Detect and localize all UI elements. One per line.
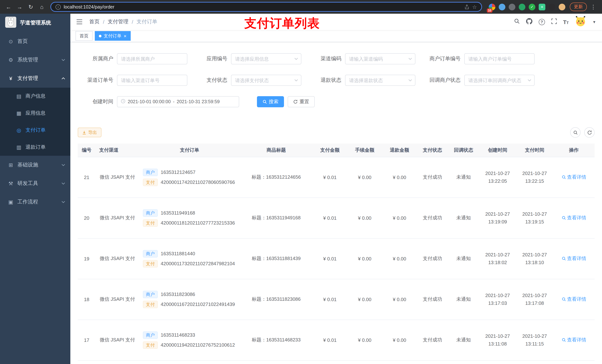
user-avatar[interactable]: [575, 16, 586, 28]
export-button[interactable]: 导出: [78, 128, 101, 137]
sidebar-item-home[interactable]: ⊙ 首页: [0, 32, 70, 51]
pay-order-cell: 商户 1635311881440 支付 42000011732021102728…: [139, 238, 240, 279]
sidebar-item-workflow[interactable]: ▣ 工作流程: [0, 193, 70, 211]
pay-channel: 微信 JSAPI 支付: [96, 238, 139, 279]
site-info-icon[interactable]: i: [55, 4, 61, 10]
sidebar-item-infra[interactable]: ⊞ 基础设施: [0, 156, 70, 174]
browser-window: ← → ↻ ⌂ i localhost:1024/pay/order ☆ 10 …: [0, 0, 602, 364]
order-id: 21: [78, 157, 96, 198]
sidebar-item-refund-order[interactable]: ▥ 退款订单: [0, 139, 70, 156]
channel-code-select[interactable]: [345, 53, 415, 64]
breadcrumb-home[interactable]: 首页: [89, 19, 100, 25]
pin-extension-icon[interactable]: [549, 3, 555, 10]
view-detail-link[interactable]: 查看详情: [561, 174, 586, 180]
check-extension-icon[interactable]: ✓: [529, 3, 535, 10]
monitor-icon: ⊞: [7, 162, 14, 168]
sidebar-item-app-info[interactable]: ▦ 应用信息: [0, 105, 70, 122]
notify-status: 未通知: [448, 279, 479, 320]
orders-table: 编号支付渠道支付订单商品标题支付金额手续金额退款金额支付状态回调状态创建时间支付…: [78, 144, 595, 364]
address-bar[interactable]: i localhost:1024/pay/order ☆: [50, 2, 482, 12]
view-detail-link[interactable]: 查看详情: [561, 255, 586, 262]
notes-extension-icon[interactable]: ≡: [539, 3, 545, 10]
reset-button[interactable]: 重置: [288, 96, 315, 107]
extensions-row: 10 ✓ ≡: [486, 3, 568, 10]
extension-badge: 10: [487, 8, 492, 12]
table-tools: [570, 127, 595, 138]
filter-label: 支付状态: [199, 77, 231, 83]
blue-extension-icon[interactable]: [499, 3, 505, 10]
forward-icon[interactable]: →: [15, 4, 24, 10]
app-select[interactable]: [231, 53, 301, 64]
breadcrumb-current: 支付订单: [137, 19, 157, 25]
sidebar-item-merchant-info[interactable]: ▤ 商户信息: [0, 88, 70, 105]
payment-submenu: ▤ 商户信息 ▦ 应用信息 ◎ 支付订单 ▥ 退款订单: [0, 88, 70, 156]
pay-tag: 支付: [143, 260, 158, 267]
home-icon[interactable]: ⌂: [37, 4, 47, 10]
avatar-caret-icon[interactable]: ▼: [592, 20, 596, 24]
column-header: 回调状态: [448, 144, 479, 157]
colorwheel-extension-icon[interactable]: 10: [489, 3, 495, 10]
url-text[interactable]: localhost:1024/pay/order: [64, 4, 462, 10]
merchant-input[interactable]: [117, 53, 187, 64]
refund-amount: ¥ 0.00: [382, 320, 417, 360]
refund-amount: ¥ 0.00: [382, 279, 417, 320]
font-size-icon[interactable]: TT: [563, 19, 569, 25]
github-icon[interactable]: [526, 18, 532, 26]
gray-extension-icon[interactable]: [509, 3, 515, 10]
pay-status-select[interactable]: [231, 75, 301, 86]
sidebar-item-payment[interactable]: ¥ 支付管理: [0, 69, 70, 88]
breadcrumb-payment[interactable]: 支付管理: [108, 19, 129, 25]
view-detail-link[interactable]: 查看详情: [561, 215, 586, 221]
sidebar-item-devtools[interactable]: ⚒ 研发工具: [0, 174, 70, 193]
bookmark-star-icon[interactable]: ☆: [472, 4, 477, 10]
refund-status-select[interactable]: [345, 75, 415, 86]
fullscreen-icon[interactable]: [551, 18, 557, 25]
callback-status-select[interactable]: [464, 75, 535, 86]
table-row: 19 微信 JSAPI 支付 商户 1635311881440 支付: [78, 238, 595, 279]
hamburger-icon[interactable]: [76, 19, 83, 24]
reload-icon[interactable]: ↻: [26, 3, 35, 10]
profile-avatar-icon[interactable]: [559, 3, 565, 10]
share-icon[interactable]: [465, 4, 469, 10]
close-tab-icon[interactable]: ×: [124, 33, 127, 38]
pay-status: 支付成功: [417, 360, 448, 364]
app-title: 芋道管理系统: [20, 20, 51, 26]
filter-merchant-order-no: 商户订单编号: [427, 53, 535, 64]
search-button[interactable]: 搜索: [257, 96, 284, 107]
view-detail-link[interactable]: 查看详情: [561, 337, 586, 343]
date-end: 2021-10-31 23:59:59: [177, 99, 220, 104]
column-header: 支付时间: [516, 144, 553, 157]
back-icon[interactable]: ←: [4, 4, 13, 10]
fee-amount: ¥ 0.00: [347, 279, 382, 320]
chevron-down-icon: [62, 201, 65, 203]
product-title: 标题：1635311949168: [240, 198, 312, 238]
create-time-cell: 2021-10-27 13:10:21: [479, 360, 516, 364]
tab-pay-order[interactable]: 支付订单 ×: [95, 31, 130, 41]
logo-image: [5, 17, 16, 29]
sidebar-item-system[interactable]: ⚙ 系统管理: [0, 51, 70, 69]
channel-order-no-input[interactable]: [117, 75, 187, 86]
pay-channel: 微信 JSAPI 支付: [96, 198, 139, 238]
order-id: 19: [78, 238, 96, 279]
pay-tag: 支付: [143, 341, 158, 349]
view-detail-link[interactable]: 查看详情: [561, 296, 586, 302]
green-extension-icon[interactable]: [519, 3, 525, 10]
pay-time-cell: 2021-10-27 13:18:10: [516, 238, 553, 279]
actions-cell: 查看详情: [553, 198, 595, 238]
tab-home[interactable]: 首页: [75, 31, 93, 41]
browser-update-button[interactable]: 更新: [570, 3, 587, 11]
help-icon[interactable]: ?: [539, 19, 545, 25]
column-header: 操作: [553, 144, 595, 157]
sidebar-item-pay-order[interactable]: ◎ 支付订单: [0, 122, 70, 139]
browser-menu-icon[interactable]: ⋮: [588, 3, 598, 10]
toggle-search-button[interactable]: [570, 127, 580, 138]
create-time-cell: 2021-10-27 13:18:02: [479, 238, 516, 279]
refresh-button[interactable]: [584, 127, 595, 138]
date-range-input[interactable]: 2021-10-01 00:00:00 - 2021-10-31 23:59:5…: [117, 96, 239, 107]
merchant-order-no-input[interactable]: [464, 53, 535, 64]
fee-amount: ¥ 0.00: [347, 198, 382, 238]
search-icon[interactable]: [514, 18, 520, 26]
pay-amount: ¥ 0.01: [312, 360, 347, 364]
pay-amount: ¥ 0.01: [312, 198, 347, 238]
order-id: 17: [78, 320, 96, 360]
